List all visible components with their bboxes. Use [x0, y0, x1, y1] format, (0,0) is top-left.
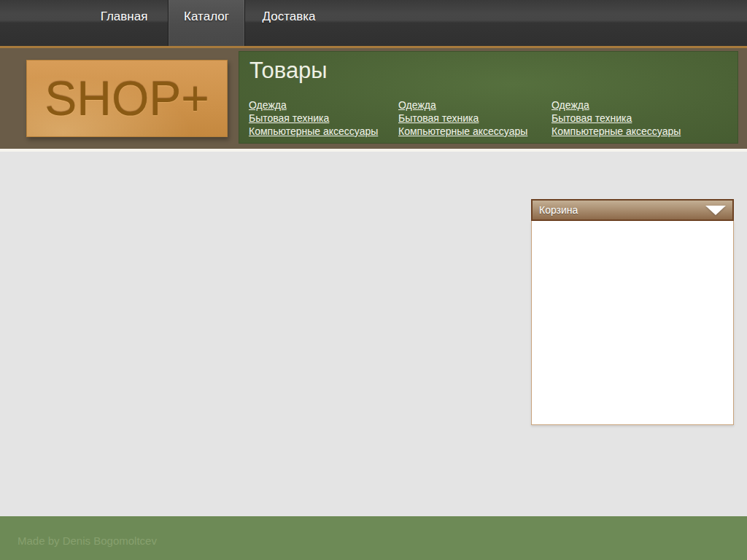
nav-item-home[interactable]: Главная	[80, 0, 168, 46]
catalog-column-3: Одежда Бытовая техника Компьютерные аксе…	[551, 98, 681, 138]
nav-item-catalog[interactable]: Каталог	[168, 0, 245, 46]
chevron-down-icon[interactable]	[705, 206, 726, 215]
cart-widget: Корзина	[531, 199, 734, 425]
main-content: Корзина	[0, 152, 747, 516]
link-appliances[interactable]: Бытовая техника	[398, 112, 527, 125]
top-navbar: Главная Каталог Доставка	[0, 0, 747, 46]
site-footer: Made by Denis Bogomoltcev	[0, 516, 747, 560]
cart-body	[531, 221, 734, 425]
page: Главная Каталог Доставка SHOP+ Товары Од…	[0, 0, 747, 560]
products-panel: Товары Одежда Бытовая техника Компьютерн…	[239, 51, 738, 144]
catalog-column-2: Одежда Бытовая техника Компьютерные аксе…	[398, 98, 527, 138]
link-computer-accessories[interactable]: Компьютерные аксессуары	[249, 125, 378, 138]
link-clothes[interactable]: Одежда	[551, 98, 681, 112]
link-clothes[interactable]: Одежда	[398, 98, 527, 112]
cart-title: Корзина	[539, 204, 578, 216]
products-title: Товары	[249, 58, 328, 84]
footer-credit: Made by Denis Bogomoltcev	[18, 534, 157, 547]
link-clothes[interactable]: Одежда	[249, 98, 378, 112]
site-header: SHOP+ Товары Одежда Бытовая техника Комп…	[0, 48, 747, 149]
link-computer-accessories[interactable]: Компьютерные аксессуары	[398, 125, 527, 138]
cart-header[interactable]: Корзина	[531, 199, 734, 221]
link-computer-accessories[interactable]: Компьютерные аксессуары	[551, 125, 681, 138]
nav-item-delivery[interactable]: Доставка	[245, 0, 333, 46]
link-appliances[interactable]: Бытовая техника	[551, 112, 681, 125]
shop-logo[interactable]: SHOP+	[26, 60, 228, 137]
catalog-column-1: Одежда Бытовая техника Компьютерные аксе…	[249, 98, 378, 138]
link-appliances[interactable]: Бытовая техника	[249, 112, 378, 125]
